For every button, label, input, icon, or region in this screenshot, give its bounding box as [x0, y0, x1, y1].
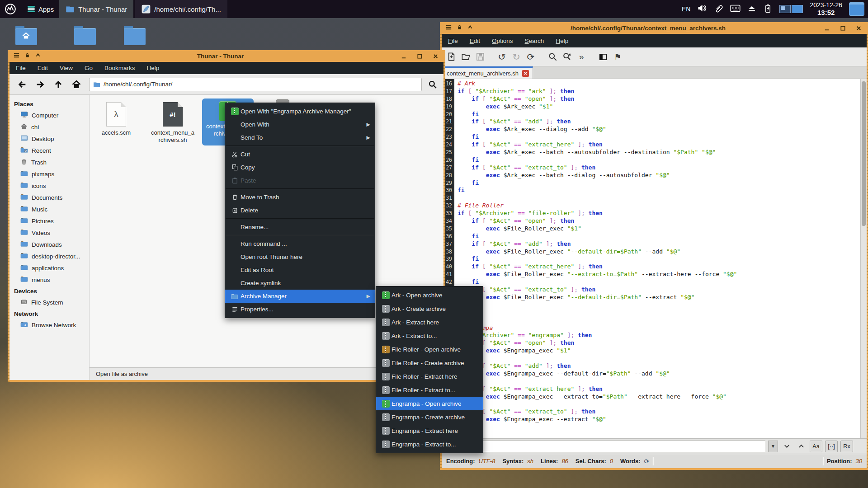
- sidebar-item-desktop-director[interactable]: desktop-director...: [9, 250, 89, 262]
- code-line-62[interactable]: 62fi: [442, 431, 860, 438]
- workspace-1[interactable]: [779, 5, 791, 13]
- code-line-34[interactable]: 34 if [ "$Act" == "open" ]; then: [442, 217, 860, 225]
- code-line-61[interactable]: 61 fi: [442, 423, 860, 431]
- rollup-icon[interactable]: [35, 52, 41, 60]
- code-line-31[interactable]: 31: [442, 194, 860, 202]
- window-menu-icon[interactable]: [13, 52, 20, 61]
- submenu-item-ark-create-archive[interactable]: Ark - Create archive: [376, 302, 483, 315]
- open-file-icon[interactable]: [459, 50, 472, 64]
- maximize-button[interactable]: [416, 53, 423, 60]
- code-line-56[interactable]: 56 if [ "$Act" == "extract_here" ]; then: [442, 385, 860, 393]
- code-line-42[interactable]: 42 fi: [442, 278, 860, 286]
- volume-icon[interactable]: [697, 4, 707, 14]
- sidebar-item-chi[interactable]: chi: [9, 121, 89, 133]
- eject-icon[interactable]: [747, 4, 756, 14]
- code-line-17[interactable]: 17if [ "$Archiver" == "ark" ]; then: [442, 88, 860, 95]
- maximize-button[interactable]: [840, 25, 846, 32]
- home-button[interactable]: [70, 78, 83, 91]
- taskbar-window-editor[interactable]: /home/chi/.config/Th...: [135, 0, 227, 18]
- sidebar-item-recent[interactable]: Recent: [9, 145, 89, 156]
- code-line-25[interactable]: 25 exec $Ark_exec --batch --autosubfolde…: [442, 149, 860, 156]
- search-replace-icon[interactable]: [560, 50, 574, 64]
- submenu-item-engrampa-open-archive[interactable]: Engrampa - Open archive: [376, 397, 483, 410]
- file-accels-scm[interactable]: λ accels.scm: [93, 102, 139, 136]
- thunar-menu-go[interactable]: Go: [85, 65, 93, 71]
- context-menu-item-archive-manager[interactable]: Archive Manager▶: [225, 290, 375, 303]
- search-history-dropdown[interactable]: ▼: [768, 441, 778, 452]
- code-line-58[interactable]: 58 fi: [442, 400, 860, 408]
- code-line-51[interactable]: 51 exec $Engrampa_exec "$1": [442, 347, 860, 355]
- sidebar-item-file-system[interactable]: File System: [9, 296, 89, 308]
- reload-icon[interactable]: ⟳: [524, 50, 538, 64]
- sidebar-item-videos[interactable]: Videos: [9, 227, 89, 239]
- sidebar-item-browse-network[interactable]: Browse Network: [9, 319, 89, 331]
- code-line-52[interactable]: 52 fi: [442, 355, 860, 362]
- context-menu-item-paste[interactable]: Paste: [225, 174, 375, 187]
- minimize-button[interactable]: [401, 53, 407, 60]
- battery-icon[interactable]: [763, 4, 773, 15]
- submenu-item-file-roller-extract-here[interactable]: File Roller - Extract here: [376, 370, 483, 383]
- more-tools-icon[interactable]: »: [575, 50, 588, 64]
- code-line-21[interactable]: 21 if [ "$Act" == "add" ]; then: [442, 118, 860, 126]
- submenu-item-file-roller-create-archive[interactable]: File Roller - Create archive: [376, 356, 483, 370]
- desktop-folder[interactable]: [124, 28, 146, 45]
- desktop-folder[interactable]: [74, 28, 96, 45]
- context-menu-item-open-root-thunar-here[interactable]: Open root Thunar here: [225, 250, 375, 263]
- match-case-toggle[interactable]: Aa: [810, 441, 822, 452]
- code-line-44[interactable]: 44 exec $File_Roller_exec "--default-dir…: [442, 294, 860, 301]
- code-line-20[interactable]: 20 fi: [442, 111, 860, 118]
- code-line-26[interactable]: 26 fi: [442, 156, 860, 164]
- search-input[interactable]: [443, 441, 765, 452]
- code-line-47[interactable]: 47: [442, 317, 860, 324]
- vertical-scrollbar[interactable]: [860, 79, 867, 438]
- word-count-refresh-icon[interactable]: ⟳: [644, 458, 650, 465]
- fullscreen-icon[interactable]: [596, 50, 610, 64]
- editor-titlebar[interactable]: /home/chi/.config/Thunar/context_menu_ar…: [442, 22, 867, 34]
- regex-toggle[interactable]: Rx: [840, 441, 853, 452]
- forward-button[interactable]: [34, 78, 47, 91]
- context-menu-item-delete[interactable]: Delete: [225, 204, 375, 217]
- clock[interactable]: 2023-12-26 13:52: [810, 1, 842, 16]
- code-line-43[interactable]: 43 if [ "$Act" == "extract_to" ]; then: [442, 286, 860, 294]
- code-line-19[interactable]: 19 exec $Ark_exec "$1": [442, 103, 860, 111]
- workspace-pager[interactable]: [779, 5, 803, 13]
- submenu-item-ark-open-archive[interactable]: Ark - Open archive: [376, 288, 483, 302]
- clipboard-manager-icon[interactable]: [714, 4, 723, 15]
- sidebar-item-music[interactable]: Music: [9, 203, 89, 215]
- workspace-2[interactable]: [792, 5, 803, 13]
- submenu-item-engrampa-extract-to[interactable]: Engrampa - Extract to...: [376, 437, 483, 451]
- close-button[interactable]: [432, 53, 439, 60]
- sidebar-item-pixmaps[interactable]: pixmaps: [9, 168, 89, 180]
- sidebar-item-trash[interactable]: Trash: [9, 156, 89, 168]
- code-line-23[interactable]: 23 fi: [442, 133, 860, 141]
- undo-icon[interactable]: ↺: [495, 50, 509, 64]
- code-line-32[interactable]: 32# File Roller: [442, 202, 860, 210]
- sidebar-item-desktop[interactable]: Desktop: [9, 133, 89, 145]
- thunar-menu-file[interactable]: File: [16, 65, 26, 71]
- editor-menu-help[interactable]: Help: [556, 38, 568, 44]
- code-line-48[interactable]: 48# Engrampa: [442, 324, 860, 332]
- editor-menu-edit[interactable]: Edit: [470, 38, 480, 44]
- sidebar-item-pictures[interactable]: Pictures: [9, 215, 89, 227]
- submenu-item-engrampa-create-archive[interactable]: Engrampa - Create archive: [376, 410, 483, 424]
- code-line-59[interactable]: 59 if [ "$Act" == "extract_to" ]; then: [442, 408, 860, 416]
- code-line-22[interactable]: 22 exec $Ark_exec --dialog --add "$@": [442, 126, 860, 133]
- back-button[interactable]: [16, 78, 28, 91]
- code-line-39[interactable]: 39 fi: [442, 255, 860, 263]
- bookmark-icon[interactable]: ⚑: [611, 50, 624, 64]
- taskbar-window-thunar[interactable]: Thunar - Thunar: [59, 0, 133, 18]
- rollup-icon[interactable]: [467, 24, 473, 32]
- code-editor[interactable]: 16# Ark17if [ "$Archiver" == "ark" ]; th…: [442, 79, 867, 438]
- code-line-18[interactable]: 18 if [ "$Act" == "open" ]; then: [442, 95, 860, 103]
- code-line-24[interactable]: 24 if [ "$Act" == "extract_here" ]; then: [442, 141, 860, 149]
- code-line-41[interactable]: 41 exec $File_Roller_exec "--extract-to=…: [442, 271, 860, 278]
- code-line-54[interactable]: 54 exec $Engrampa_exec --default-dir="$P…: [442, 370, 860, 378]
- code-line-40[interactable]: 40 if [ "$Act" == "extract_here" ]; then: [442, 263, 860, 271]
- scrollbar-thumb[interactable]: [862, 81, 866, 226]
- code-line-35[interactable]: 35 exec $File_Roller_exec "$1": [442, 225, 860, 233]
- code-line-37[interactable]: 37 if [ "$Act" == "add" ]; then: [442, 240, 860, 248]
- code-line-30[interactable]: 30fi: [442, 187, 860, 194]
- sidebar-item-computer[interactable]: Computer: [9, 109, 89, 121]
- context-menu-item-rename[interactable]: Rename...: [225, 221, 375, 234]
- code-line-45[interactable]: 45 fi: [442, 301, 860, 309]
